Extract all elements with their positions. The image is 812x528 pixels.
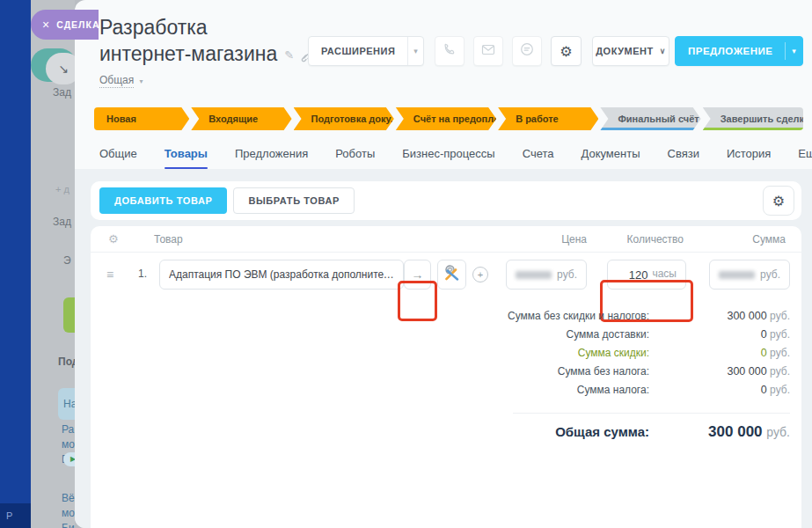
proposal-button[interactable]: ПРЕДЛОЖЕНИЕ ▾ — [675, 36, 803, 66]
stage-novaya[interactable]: Новая — [94, 107, 189, 130]
background-text-fragment: На — [63, 398, 75, 410]
stage-schet-predoplata[interactable]: Счёт на предопла... — [396, 107, 496, 130]
add-row-button[interactable]: + — [472, 267, 488, 282]
tab-roboty[interactable]: Роботы — [335, 147, 375, 162]
dimmed-background-page: × ↘ Зад + д Зад Э Под На Ра мо Би ▶ Вё м… — [31, 0, 75, 528]
app-left-menu-footer: Р — [0, 503, 31, 528]
chat-icon — [520, 42, 534, 60]
sum-unit: руб. — [760, 268, 780, 281]
chevron-down-icon: ▾ — [140, 77, 143, 85]
tab-scheta[interactable]: Счета — [523, 147, 554, 162]
phone-icon — [443, 42, 457, 60]
stage-v-rabote[interactable]: В работе — [498, 107, 598, 130]
column-header-sum: Сумма — [698, 233, 786, 246]
tab-dokumenty[interactable]: Документы — [582, 147, 640, 162]
background-collapse-button[interactable]: ↘ — [46, 53, 75, 84]
price-input[interactable]: руб. — [506, 260, 587, 290]
arrow-right-icon: → — [412, 268, 424, 282]
background-text-fragment: Э — [63, 254, 71, 267]
chat-button[interactable] — [512, 36, 542, 66]
screen: Р × ↘ Зад + д Зад Э Под На Ра мо Би ▶ Вё… — [0, 0, 812, 528]
chevron-down-icon[interactable]: ▾ — [786, 37, 802, 65]
summary-row: Сумма налога: 0 руб. — [91, 384, 790, 402]
row-index: 1. — [138, 268, 147, 280]
background-text-fragment: Р — [6, 510, 12, 521]
summary-row: Сумма без скидки и налогов: 300 000 руб. — [91, 310, 790, 328]
quantity-unit[interactable]: часы — [652, 268, 677, 282]
background-text-fragment: + д — [55, 184, 69, 194]
close-icon[interactable]: × — [42, 18, 49, 31]
open-product-button[interactable]: → — [404, 260, 431, 290]
divider — [513, 413, 790, 414]
tab-biznes-processy[interactable]: Бизнес-процессы — [402, 147, 494, 162]
edit-title-icon[interactable]: ✎ — [284, 42, 294, 69]
deal-header: Разработка интернет-магазина✎ Общая ▾ — [99, 14, 311, 86]
censored-price-value — [516, 271, 552, 279]
grand-total-label: Общая сумма: — [555, 424, 649, 439]
background-play-button: ▶ — [63, 452, 75, 466]
page-title: Разработка интернет-магазина✎ — [99, 14, 311, 69]
header-actions: РАСШИРЕНИЯ ▾ ⚙ ДОКУМЕНТ ∨ ПРЕДЛОЖЕНИЕ — [308, 36, 803, 66]
background-chip: На — [58, 388, 75, 420]
add-product-button[interactable]: ДОБАВИТЬ ТОВАР — [99, 187, 227, 214]
tab-obschie[interactable]: Общие — [99, 147, 137, 162]
stage-vhodyaschie[interactable]: Входящие — [191, 107, 291, 130]
totals-summary: Сумма без скидки и налогов: 300 000 руб.… — [91, 310, 790, 402]
chevron-down-icon[interactable]: ▾ — [408, 37, 423, 65]
deal-title-line2: интернет-магазина — [99, 42, 277, 65]
background-text-fragment: Под — [58, 356, 75, 368]
tab-predlozheniya[interactable]: Предложения — [235, 147, 308, 162]
extensions-button-label: РАСШИРЕНИЯ — [309, 37, 407, 65]
column-header-quantity: Количество — [587, 233, 684, 246]
tab-svyazi[interactable]: Связи — [668, 147, 699, 162]
products-table-card: ⚙ Товар Цена Количество Сумма ≡ 1. Адапт… — [91, 226, 801, 528]
background-text-fragment: Зад — [53, 216, 71, 228]
quantity-input[interactable]: 120 часы — [607, 260, 686, 290]
document-button[interactable]: ДОКУМЕНТ ∨ — [592, 36, 669, 66]
tools-icon — [443, 263, 462, 286]
products-toolbar: ДОБАВИТЬ ТОВАР ВЫБРАТЬ ТОВАР ⚙ — [91, 181, 801, 220]
chevron-down-icon: ∨ — [660, 47, 666, 55]
extensions-button[interactable]: РАСШИРЕНИЯ ▾ — [308, 36, 424, 66]
settings-button[interactable]: ⚙ — [551, 36, 582, 66]
censored-sum-value — [719, 271, 755, 279]
price-unit: руб. — [557, 268, 577, 281]
slider-type-badge[interactable]: × СДЕЛКА — [31, 10, 99, 40]
deal-title-line1: Разработка — [99, 16, 208, 39]
tab-esche[interactable]: Еще ∨ — [798, 147, 812, 162]
quantity-value: 120 — [629, 268, 648, 282]
email-button[interactable] — [473, 36, 503, 66]
document-button-label: ДОКУМЕНТ — [596, 46, 653, 56]
background-link-fragment: Вё мо Би — [62, 491, 75, 528]
drag-handle-icon[interactable]: ≡ — [106, 268, 113, 282]
stage-finalny-schet[interactable]: Финальный счёт — [600, 107, 700, 130]
tab-tovary[interactable]: Товары — [165, 147, 208, 162]
plus-icon: + — [478, 269, 483, 280]
product-row: ≡ 1. Адаптация ПО ЭВМ (разработка дополн… — [91, 253, 801, 298]
products-tab-content: ДОБАВИТЬ ТОВАР ВЫБРАТЬ ТОВАР ⚙ ⚙ Товар Ц… — [75, 169, 812, 528]
summary-row: Сумма без налога: 300 000 руб. — [91, 365, 790, 384]
deal-category-selector[interactable]: Общая ▾ — [99, 74, 311, 86]
products-table-header: ⚙ Товар Цена Количество Сумма — [91, 226, 801, 253]
summary-row: Сумма доставки: 0 руб. — [91, 328, 790, 347]
select-product-button[interactable]: ВЫБРАТЬ ТОВАР — [233, 187, 355, 214]
stage-podgotovka[interactable]: Подготовка доку... — [294, 107, 394, 130]
slider-type-label: СДЕЛКА — [56, 19, 99, 30]
grand-total-value: 300 000 руб. — [649, 423, 790, 441]
grid-settings-button[interactable]: ⚙ — [763, 186, 794, 216]
column-header-product: Товар — [154, 233, 183, 246]
stage-zavershit[interactable]: Завершить сделку — [703, 107, 803, 130]
gear-icon[interactable]: ⚙ — [108, 232, 119, 246]
product-name-input[interactable]: Адаптация ПО ЭВМ (разработка дополнитель… — [159, 260, 404, 290]
deal-category-label: Общая — [99, 74, 134, 88]
summary-row-discount: Сумма скидки: 0 руб. — [91, 347, 790, 365]
deal-slider-panel: Разработка интернет-магазина✎ Общая ▾ РА… — [75, 0, 812, 528]
envelope-icon — [481, 43, 495, 59]
background-green-button — [63, 297, 75, 333]
product-settings-button[interactable] — [437, 260, 466, 290]
gear-icon: ⚙ — [772, 193, 785, 209]
call-button[interactable] — [435, 36, 465, 66]
deal-tabs: Общие Товары Предложения Роботы Бизнес-п… — [99, 139, 796, 169]
tab-istoriya[interactable]: История — [727, 147, 771, 162]
sum-input[interactable]: руб. — [709, 260, 790, 290]
